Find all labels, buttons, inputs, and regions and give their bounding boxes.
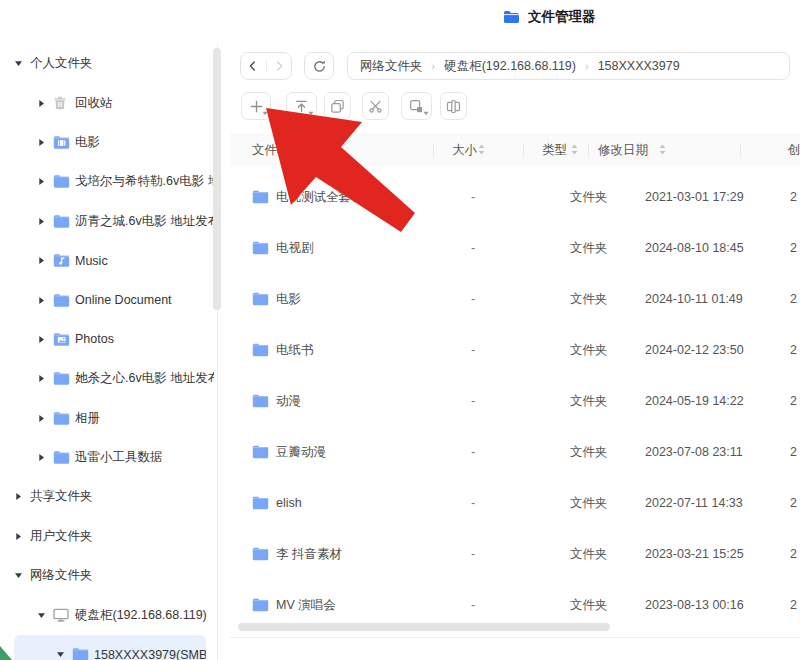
sidebar-item[interactable]: Music bbox=[0, 241, 214, 280]
column-header[interactable]: 文件名 bbox=[252, 142, 290, 159]
caret-right-icon[interactable] bbox=[37, 177, 53, 186]
column-header[interactable]: 类型 bbox=[542, 142, 567, 159]
sort-icon[interactable] bbox=[296, 144, 303, 155]
paste-icon bbox=[409, 99, 424, 114]
upload-button[interactable] bbox=[286, 92, 317, 120]
folder-icon bbox=[252, 189, 269, 204]
file-created-date: 2 bbox=[790, 292, 797, 306]
refresh-button[interactable] bbox=[304, 52, 334, 80]
sidebar-item[interactable]: 硬盘柜(192.168.68.119) bbox=[0, 595, 214, 634]
cut-button[interactable] bbox=[362, 92, 389, 120]
caret-down-icon[interactable] bbox=[14, 59, 30, 68]
sort-icon[interactable] bbox=[571, 144, 578, 155]
sidebar-item-label: Music bbox=[75, 254, 108, 268]
folder-icon bbox=[252, 495, 269, 510]
folder-icon bbox=[252, 546, 269, 561]
forward-button[interactable] bbox=[267, 53, 292, 79]
copy-button[interactable] bbox=[324, 92, 351, 120]
corner-badge bbox=[0, 646, 12, 660]
sidebar-item-label: 迅雷小工具数据 bbox=[75, 449, 163, 466]
horizontal-scrollbar[interactable] bbox=[238, 623, 610, 631]
folder-icon bbox=[53, 411, 75, 426]
dropdown-caret-icon bbox=[423, 111, 429, 116]
folder-icon bbox=[252, 342, 269, 357]
caret-down-icon[interactable] bbox=[56, 650, 72, 659]
file-name: 电纸书 bbox=[276, 341, 314, 358]
folder-icon bbox=[53, 450, 75, 465]
file-type: 文件夹 bbox=[570, 392, 608, 409]
file-name: elish bbox=[276, 496, 302, 510]
caret-right-icon[interactable] bbox=[14, 492, 30, 501]
folder-icon bbox=[53, 371, 75, 386]
sidebar-item[interactable]: Online Document bbox=[0, 280, 214, 319]
sidebar-item[interactable]: 共享文件夹 bbox=[0, 477, 214, 516]
column-header[interactable]: 大小 bbox=[452, 142, 477, 159]
table-row[interactable]: 电视测试全套视频-文件夹2021-03-01 17:292 bbox=[230, 171, 800, 222]
column-header[interactable]: 修改日期 bbox=[598, 142, 648, 159]
breadcrumb-item[interactable]: 硬盘柜(192.168.68.119) bbox=[444, 58, 576, 75]
sort-icon[interactable] bbox=[659, 144, 666, 155]
file-created-date: 2 bbox=[790, 343, 797, 357]
table-row[interactable]: 电纸书-文件夹2024-02-12 23:502 bbox=[230, 324, 800, 375]
file-modified-date: 2024-08-10 18:45 bbox=[645, 241, 744, 255]
sort-icon[interactable] bbox=[478, 144, 485, 155]
caret-right-icon[interactable] bbox=[37, 374, 53, 383]
dropdown-caret-icon bbox=[308, 111, 314, 116]
caret-right-icon[interactable] bbox=[37, 296, 53, 305]
file-modified-date: 2024-02-12 23:50 bbox=[645, 343, 744, 357]
add-button[interactable] bbox=[241, 92, 271, 120]
sidebar-scrollbar[interactable] bbox=[213, 48, 221, 310]
table-row[interactable]: 豆瓣动漫-文件夹2023-07-08 23:112 bbox=[230, 426, 800, 477]
back-button[interactable] bbox=[241, 53, 266, 79]
table-header: 文件名大小类型修改日期创建日期 bbox=[230, 133, 800, 166]
copy-icon bbox=[330, 99, 345, 114]
sidebar-item[interactable]: 沥青之城.6v电影 地址发布 bbox=[0, 202, 214, 241]
sidebar-item-label: 用户文件夹 bbox=[30, 528, 93, 545]
breadcrumb-item[interactable]: 158XXXX3979 bbox=[598, 59, 680, 73]
sidebar-item[interactable]: 迅雷小工具数据 bbox=[0, 438, 214, 477]
column-header[interactable]: 创建日期 bbox=[788, 142, 800, 159]
paste-button[interactable] bbox=[401, 92, 432, 120]
rename-button[interactable] bbox=[440, 92, 467, 120]
table-row[interactable]: 电视剧-文件夹2024-08-10 18:452 bbox=[230, 222, 800, 273]
file-name: 豆瓣动漫 bbox=[276, 443, 326, 460]
list-bottom-border bbox=[230, 637, 800, 638]
caret-right-icon[interactable] bbox=[37, 138, 53, 147]
caret-right-icon[interactable] bbox=[14, 532, 30, 541]
sidebar-item[interactable]: Photos bbox=[0, 320, 214, 359]
caret-down-icon[interactable] bbox=[14, 571, 30, 580]
sidebar-item-label: 158XXXX3979(SMB) bbox=[94, 648, 206, 660]
caret-right-icon[interactable] bbox=[37, 453, 53, 462]
table-row[interactable]: elish-文件夹2022-07-11 14:332 bbox=[230, 477, 800, 528]
sidebar-item[interactable]: 158XXXX3979(SMB) bbox=[14, 635, 206, 660]
folder-icon bbox=[252, 240, 269, 255]
sidebar-item[interactable]: 用户文件夹 bbox=[0, 517, 214, 556]
file-type: 文件夹 bbox=[570, 545, 608, 562]
caret-right-icon[interactable] bbox=[37, 414, 53, 423]
caret-right-icon[interactable] bbox=[37, 256, 53, 265]
caret-right-icon[interactable] bbox=[37, 99, 53, 108]
sidebar-item-label: Online Document bbox=[75, 293, 172, 307]
file-created-date: 2 bbox=[790, 547, 797, 561]
sidebar-item[interactable]: 网络文件夹 bbox=[0, 556, 214, 595]
caret-right-icon[interactable] bbox=[37, 217, 53, 226]
file-modified-date: 2021-03-01 17:29 bbox=[645, 190, 744, 204]
file-size: - bbox=[466, 547, 480, 561]
monitor-icon bbox=[53, 608, 75, 622]
sidebar-item[interactable]: 相册 bbox=[0, 399, 214, 438]
sidebar-item[interactable]: 戈培尔与希特勒.6v电影 地址发布 bbox=[0, 162, 214, 201]
chevron-left-icon bbox=[251, 62, 255, 70]
file-created-date: 2 bbox=[790, 190, 797, 204]
table-row[interactable]: 动漫-文件夹2024-05-19 14:222 bbox=[230, 375, 800, 426]
sidebar-item[interactable]: 她杀之心.6v电影 地址发布 bbox=[0, 359, 214, 398]
sidebar-item[interactable]: 个人文件夹 bbox=[0, 44, 214, 83]
sidebar-item[interactable]: 回收站 bbox=[0, 83, 214, 122]
sidebar-item-label: 相册 bbox=[75, 410, 100, 427]
table-row[interactable]: 电影-文件夹2024-10-11 01:492 bbox=[230, 273, 800, 324]
file-modified-date: 2023-07-08 23:11 bbox=[645, 445, 743, 459]
caret-down-icon[interactable] bbox=[37, 611, 53, 620]
table-row[interactable]: 李 抖音素材-文件夹2023-03-21 15:252 bbox=[230, 528, 800, 579]
caret-right-icon[interactable] bbox=[37, 335, 53, 344]
sidebar-item[interactable]: 电影 bbox=[0, 123, 214, 162]
breadcrumb-item[interactable]: 网络文件夹 bbox=[360, 58, 423, 75]
